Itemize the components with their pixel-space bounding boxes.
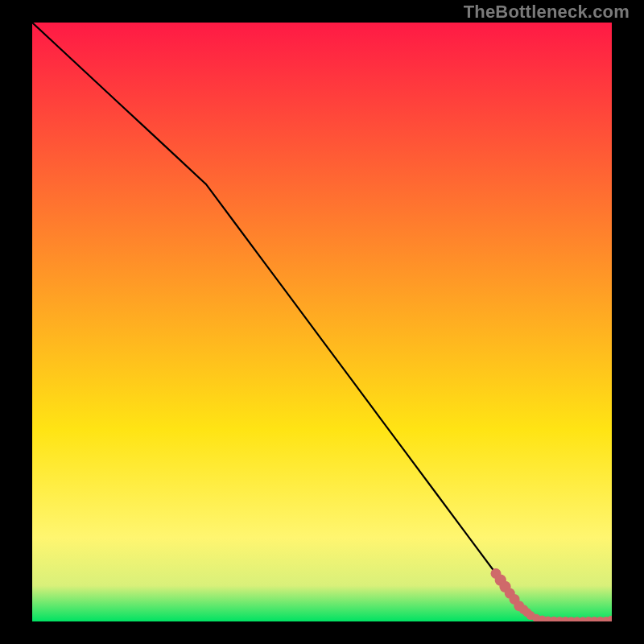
gradient-background	[32, 23, 612, 621]
chart-frame: TheBottleneck.com	[0, 0, 644, 644]
watermark-text: TheBottleneck.com	[464, 2, 630, 23]
chart-svg	[32, 23, 612, 621]
plot-area	[32, 23, 612, 621]
